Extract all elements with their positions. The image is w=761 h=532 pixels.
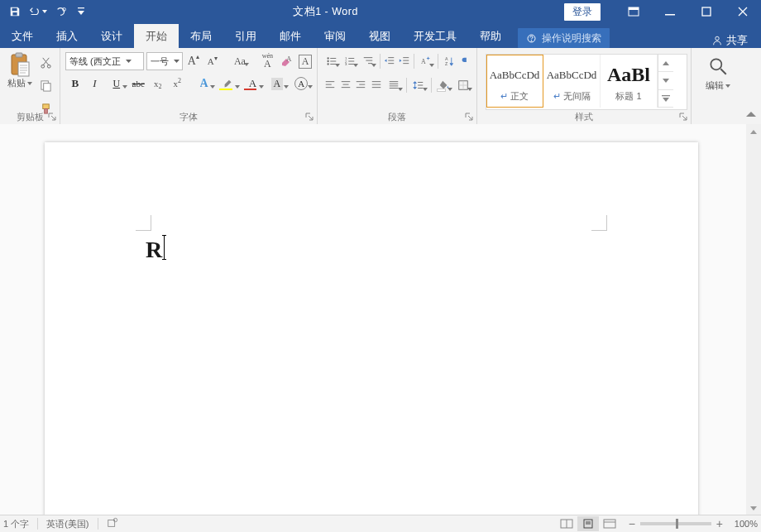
tab-references[interactable]: 引用 [223, 24, 268, 48]
svg-point-7 [531, 40, 532, 41]
view-web-layout[interactable] [599, 516, 620, 531]
scroll-up-button[interactable] [746, 124, 761, 139]
redo-button[interactable] [51, 2, 71, 22]
ribbon-mode-button[interactable] [615, 0, 652, 23]
bullets-button[interactable] [323, 52, 341, 70]
tab-review[interactable]: 审阅 [313, 24, 357, 48]
style-normal[interactable]: AaBbCcDd ↵正文 [486, 55, 543, 108]
font-size-combo[interactable]: 一号 [146, 52, 183, 70]
svg-rect-76 [584, 520, 592, 528]
style-heading-1[interactable]: AaBl 标题 1 [601, 55, 658, 108]
document-text[interactable]: R [146, 237, 162, 263]
enclose-char-button[interactable]: A [290, 74, 313, 93]
styles-expand[interactable] [658, 90, 673, 108]
align-justify-button[interactable] [369, 76, 385, 94]
tab-design[interactable]: 设计 [89, 24, 134, 48]
change-case-button[interactable]: Aa [230, 52, 251, 70]
paste-button[interactable]: 粘贴 [6, 52, 34, 118]
align-left-button[interactable] [323, 76, 338, 94]
word-count[interactable]: 1 个字 [3, 518, 29, 530]
borders-button[interactable] [453, 76, 473, 94]
font-color-button[interactable]: A [241, 74, 265, 93]
bold-button[interactable]: B [65, 74, 85, 93]
style-no-spacing[interactable]: AaBbCcDd ↵无间隔 [543, 55, 601, 108]
undo-button[interactable] [25, 2, 51, 22]
group-font-label: 字体 [60, 111, 317, 123]
shrink-font-button[interactable]: A▾ [204, 52, 221, 70]
styles-gallery: AaBbCcDd ↵正文 AaBbCcDd ↵无间隔 AaBl 标题 1 [486, 54, 687, 110]
login-button[interactable]: 登录 [564, 3, 601, 21]
group-paragraph-label: 段落 [318, 111, 476, 123]
save-icon[interactable] [5, 2, 25, 22]
sort-button[interactable]: AZ [441, 52, 459, 70]
cut-button[interactable] [36, 52, 55, 72]
language-status[interactable]: 英语(美国) [46, 518, 89, 530]
window-maximize-button[interactable] [688, 0, 725, 23]
tell-me-search[interactable]: 操作说明搜索 [518, 28, 610, 48]
tab-home[interactable]: 开始 [134, 24, 179, 48]
superscript-button[interactable]: x2 [168, 74, 188, 93]
decrease-indent-button[interactable] [383, 52, 397, 70]
char-shading-button[interactable]: A [265, 74, 289, 93]
phonetic-guide-button[interactable]: wén A [259, 52, 275, 70]
window-minimize-button[interactable] [652, 0, 688, 23]
text-effects-button[interactable]: A [192, 74, 216, 93]
align-distributed-button[interactable] [384, 76, 404, 94]
strikethrough-button[interactable]: abc [128, 74, 148, 93]
asian-layout-button[interactable]: A [417, 52, 435, 70]
view-read-mode[interactable] [556, 516, 577, 531]
svg-point-24 [327, 60, 328, 62]
highlight-button[interactable] [216, 74, 240, 93]
share-button[interactable]: 共享 [698, 33, 761, 48]
zoom-out-button[interactable]: − [629, 517, 635, 530]
character-border-button[interactable]: A [297, 52, 313, 70]
clear-formatting-button[interactable]: A [278, 52, 294, 70]
document-canvas[interactable]: R [0, 124, 761, 515]
shading-button[interactable] [434, 76, 454, 94]
styles-scroll-up[interactable] [658, 55, 673, 72]
page[interactable]: R [45, 142, 698, 515]
scroll-down-button[interactable] [746, 501, 761, 515]
view-print-layout[interactable] [577, 516, 599, 531]
tab-layout[interactable]: 布局 [179, 24, 223, 48]
align-right-button[interactable] [353, 76, 369, 94]
paragraph-launcher[interactable] [465, 113, 473, 121]
svg-point-25 [327, 63, 328, 65]
grow-font-button[interactable]: A▴ [185, 52, 202, 70]
clipboard-launcher[interactable] [48, 113, 56, 121]
multilevel-list-button[interactable] [359, 52, 377, 70]
tab-insert[interactable]: 插入 [45, 24, 89, 48]
underline-button[interactable]: U [104, 74, 128, 93]
svg-point-0 [63, 7, 66, 11]
styles-scroll-down[interactable] [658, 72, 673, 89]
collapse-ribbon-button[interactable] [746, 109, 756, 121]
tab-file[interactable]: 文件 [0, 24, 45, 48]
copy-button[interactable] [36, 75, 55, 95]
line-spacing-button[interactable] [409, 76, 428, 94]
macro-recording-icon[interactable] [107, 517, 118, 530]
find-button[interactable] [707, 55, 729, 79]
zoom-level[interactable]: 100% [728, 519, 758, 529]
window-close-button[interactable] [725, 0, 761, 23]
tab-developer[interactable]: 开发工具 [402, 24, 468, 48]
tab-view[interactable]: 视图 [357, 24, 402, 48]
font-name-combo[interactable]: 等线 (西文正 [65, 52, 144, 70]
italic-button[interactable]: I [85, 74, 105, 93]
subscript-button[interactable]: x2 [148, 74, 168, 93]
numbering-button[interactable]: 123 [341, 52, 359, 70]
zoom-in-button[interactable]: + [716, 517, 723, 530]
svg-rect-79 [604, 520, 615, 528]
qat-customize-button[interactable] [75, 2, 87, 22]
font-launcher[interactable] [305, 113, 313, 121]
editing-menu[interactable]: 编辑 [706, 79, 730, 92]
align-center-button[interactable] [338, 76, 354, 94]
tab-mailings[interactable]: 邮件 [268, 24, 313, 48]
styles-launcher[interactable] [679, 113, 687, 121]
svg-line-71 [720, 69, 726, 74]
zoom-slider[interactable] [640, 522, 711, 525]
show-marks-button[interactable] [459, 52, 473, 70]
increase-indent-button[interactable] [397, 52, 411, 70]
tab-help[interactable]: 帮助 [468, 24, 513, 48]
window-title: 文档1 - Word [87, 5, 564, 19]
vertical-scrollbar[interactable] [746, 124, 761, 515]
